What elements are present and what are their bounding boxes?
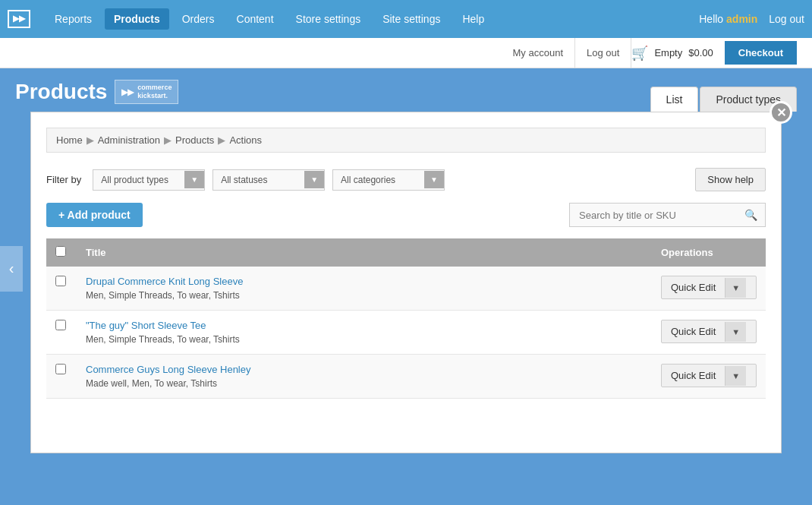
logout-link[interactable]: Log out bbox=[769, 13, 804, 25]
product-meta: Men, Simple Threads, To wear, Tshirts bbox=[86, 334, 240, 345]
table-body: Drupal Commerce Knit Long Sleeve Men, Si… bbox=[46, 267, 766, 399]
breadcrumb-administration[interactable]: Administration bbox=[98, 134, 160, 146]
row-checkbox[interactable] bbox=[55, 320, 66, 330]
search-box: 🔍 bbox=[569, 203, 766, 227]
nav-reports[interactable]: Reports bbox=[46, 8, 101, 30]
row-checkbox-cell bbox=[46, 267, 77, 311]
product-title-link[interactable]: Drupal Commerce Knit Long Sleeve bbox=[86, 276, 643, 287]
secondary-links: My account Log out bbox=[502, 38, 632, 68]
table-header-operations: Operations bbox=[652, 238, 766, 267]
nav-orders[interactable]: Orders bbox=[173, 8, 224, 30]
nav-site-settings[interactable]: Site settings bbox=[373, 8, 449, 30]
nav-links: Reports Products Orders Content Store se… bbox=[46, 8, 699, 30]
breadcrumb-products[interactable]: Products bbox=[175, 134, 214, 146]
nav-right: Hello admin Log out bbox=[699, 13, 804, 25]
cart-area: 🛒 Empty $0.00 bbox=[631, 45, 713, 62]
nav-store-settings[interactable]: Store settings bbox=[287, 8, 370, 30]
secondary-bar: My account Log out 🛒 Empty $0.00 Checkou… bbox=[0, 38, 812, 68]
row-operations-cell: Quick Edit ▼ bbox=[652, 355, 766, 399]
quick-edit-label: Quick Edit bbox=[662, 365, 725, 387]
top-navigation: ▶▶ Reports Products Orders Content Store… bbox=[0, 0, 812, 38]
page-header-area: Products ▶▶ commercekickstart. List Prod… bbox=[0, 68, 812, 469]
nav-content[interactable]: Content bbox=[228, 8, 283, 30]
breadcrumb-home[interactable]: Home bbox=[56, 134, 83, 146]
product-title-link[interactable]: Commerce Guys Long Sleeve Henley bbox=[86, 364, 643, 375]
quick-edit-dropdown-arrow[interactable]: ▼ bbox=[725, 322, 746, 342]
filter-bar: Filter by All product types ▼ All status… bbox=[46, 168, 766, 191]
table-row: "The guy" Short Sleeve Tee Men, Simple T… bbox=[46, 311, 766, 355]
checkout-button[interactable]: Checkout bbox=[725, 41, 797, 65]
row-checkbox-cell bbox=[46, 355, 77, 399]
breadcrumb: Home ▶ Administration ▶ Products ▶ Actio… bbox=[46, 128, 766, 153]
left-arrow-button[interactable]: ‹ bbox=[0, 246, 23, 292]
products-table: Title Operations Drupal Commerce Knit Lo… bbox=[46, 238, 766, 399]
filter-type-text: All product types bbox=[93, 170, 184, 190]
table-header-checkbox-col bbox=[46, 238, 77, 267]
row-title-cell: "The guy" Short Sleeve Tee Men, Simple T… bbox=[77, 311, 652, 355]
quick-edit-button[interactable]: Quick Edit ▼ bbox=[661, 276, 757, 299]
select-all-checkbox[interactable] bbox=[55, 246, 66, 257]
filter-category-arrow: ▼ bbox=[424, 171, 444, 188]
add-product-button[interactable]: + Add product bbox=[46, 203, 143, 227]
filter-product-type[interactable]: All product types ▼ bbox=[93, 169, 205, 191]
main-panel-wrapper: ✕ Home ▶ Administration ▶ Products ▶ Act… bbox=[0, 112, 812, 469]
search-input[interactable] bbox=[570, 204, 737, 226]
page-logo: ▶▶ commercekickstart. bbox=[115, 80, 178, 104]
filter-status-arrow: ▼ bbox=[304, 171, 324, 188]
logo: ▶▶ bbox=[8, 10, 30, 27]
table-row: Commerce Guys Long Sleeve Henley Made we… bbox=[46, 355, 766, 399]
logo-icon: ▶▶ bbox=[13, 14, 25, 24]
quick-edit-button[interactable]: Quick Edit ▼ bbox=[661, 320, 757, 343]
product-meta: Men, Simple Threads, To wear, Tshirts bbox=[86, 290, 240, 301]
row-title-cell: Commerce Guys Long Sleeve Henley Made we… bbox=[77, 355, 652, 399]
filter-label: Filter by bbox=[46, 174, 81, 185]
show-help-button[interactable]: Show help bbox=[695, 168, 766, 191]
row-operations-cell: Quick Edit ▼ bbox=[652, 267, 766, 311]
filter-type-arrow: ▼ bbox=[184, 171, 204, 188]
filter-category-text: All categories bbox=[333, 170, 424, 190]
add-product-bar: + Add product 🔍 bbox=[46, 203, 766, 227]
search-icon: 🔍 bbox=[737, 204, 765, 226]
table-row: Drupal Commerce Knit Long Sleeve Men, Si… bbox=[46, 267, 766, 311]
page-logo-arrows: ▶▶ bbox=[121, 87, 134, 97]
admin-name: admin bbox=[726, 13, 757, 25]
table-header-row: Title Operations bbox=[46, 238, 766, 267]
row-title-cell: Drupal Commerce Knit Long Sleeve Men, Si… bbox=[77, 267, 652, 311]
tab-list[interactable]: List bbox=[650, 87, 699, 112]
my-account-link[interactable]: My account bbox=[502, 38, 575, 68]
quick-edit-dropdown-arrow[interactable]: ▼ bbox=[725, 278, 746, 298]
row-operations-cell: Quick Edit ▼ bbox=[652, 311, 766, 355]
row-checkbox[interactable] bbox=[55, 276, 66, 286]
table-header-title: Title bbox=[77, 238, 652, 267]
product-meta: Made well, Men, To wear, Tshirts bbox=[86, 378, 217, 389]
close-button[interactable]: ✕ bbox=[770, 101, 792, 124]
main-panel: ✕ Home ▶ Administration ▶ Products ▶ Act… bbox=[30, 112, 782, 453]
quick-edit-label: Quick Edit bbox=[662, 276, 725, 298]
quick-edit-button[interactable]: Quick Edit ▼ bbox=[661, 364, 757, 387]
nav-help[interactable]: Help bbox=[453, 8, 493, 30]
logo-box: ▶▶ bbox=[8, 10, 30, 27]
page-title: Products ▶▶ commercekickstart. bbox=[15, 80, 178, 112]
filter-status[interactable]: All statuses ▼ bbox=[212, 169, 325, 191]
quick-edit-dropdown-arrow[interactable]: ▼ bbox=[725, 366, 746, 386]
breadcrumb-actions: Actions bbox=[229, 134, 262, 146]
filter-status-text: All statuses bbox=[213, 170, 304, 190]
cart-icon: 🛒 bbox=[631, 45, 648, 62]
cart-empty-label: Empty bbox=[654, 47, 682, 58]
nav-products[interactable]: Products bbox=[105, 8, 169, 30]
row-checkbox[interactable] bbox=[55, 364, 66, 374]
row-checkbox-cell bbox=[46, 311, 77, 355]
cart-price: $0.00 bbox=[688, 47, 713, 58]
filter-category[interactable]: All categories ▼ bbox=[332, 169, 445, 191]
hello-text: Hello admin bbox=[699, 13, 757, 25]
product-title-link[interactable]: "The guy" Short Sleeve Tee bbox=[86, 320, 643, 331]
quick-edit-label: Quick Edit bbox=[662, 320, 725, 342]
secondary-logout-link[interactable]: Log out bbox=[575, 38, 631, 68]
page-header: Products ▶▶ commercekickstart. List Prod… bbox=[0, 68, 812, 112]
